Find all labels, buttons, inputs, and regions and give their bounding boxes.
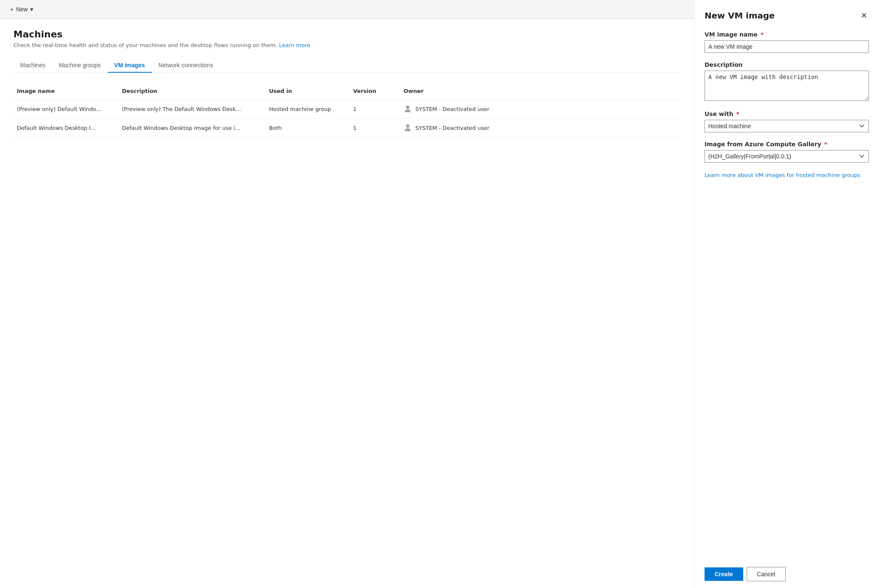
cell-image-name-1: (Preview only) Default Windo... bbox=[13, 103, 119, 116]
panel-footer: Create Cancel bbox=[705, 557, 869, 581]
user-icon bbox=[404, 105, 412, 113]
use-with-group: Use with * Hosted machine Hosted machine… bbox=[705, 111, 869, 132]
close-button[interactable]: ✕ bbox=[859, 10, 869, 21]
table-row[interactable]: Default Windows Desktop I... Default Win… bbox=[13, 119, 681, 137]
col-used-in: Used in bbox=[266, 86, 350, 96]
image-gallery-label: Image from Azure Compute Gallery * bbox=[705, 141, 869, 148]
cell-description-2: Default Windows Desktop Image for use i.… bbox=[119, 121, 266, 134]
vm-image-name-input[interactable] bbox=[705, 40, 869, 53]
tab-network-connections[interactable]: Network connections bbox=[152, 58, 220, 73]
tab-vm-images[interactable]: VM images bbox=[108, 58, 152, 73]
col-owner: Owner bbox=[400, 86, 518, 96]
col-image-name: Image name bbox=[13, 86, 119, 96]
image-gallery-group: Image from Azure Compute Gallery * (H2H_… bbox=[705, 141, 869, 163]
side-panel: New VM image ✕ VM image name * Descripti… bbox=[694, 0, 879, 588]
cell-image-name-2: Default Windows Desktop I... bbox=[13, 121, 119, 134]
panel-header: New VM image ✕ bbox=[705, 10, 869, 21]
new-button-label: New bbox=[16, 6, 28, 13]
new-button[interactable]: + New ▾ bbox=[7, 4, 37, 14]
table-header: Image name Description Used in Version O… bbox=[13, 83, 681, 100]
page-subtitle: Check the real-time health and status of… bbox=[13, 42, 681, 48]
cell-version-1: 1 bbox=[350, 103, 400, 116]
owner-name-1: SYSTEM - Deactivated user bbox=[415, 106, 489, 112]
vm-image-name-label: VM image name * bbox=[705, 31, 869, 38]
tab-machine-groups[interactable]: Machine groups bbox=[52, 58, 108, 73]
vm-image-name-group: VM image name * bbox=[705, 31, 869, 53]
required-asterisk-3: * bbox=[824, 141, 827, 148]
cell-version-2: 1 bbox=[350, 121, 400, 134]
panel-title: New VM image bbox=[705, 11, 775, 21]
top-bar: + New ▾ bbox=[0, 0, 694, 19]
cell-used-in-1: Hosted machine group bbox=[266, 103, 350, 116]
vm-images-learn-more-link[interactable]: Learn more about VM images for hosted ma… bbox=[705, 171, 869, 179]
tabs: Machines Machine groups VM images Networ… bbox=[13, 58, 681, 73]
image-gallery-select[interactable]: (H2H_Gallery|FromPortal|0.0.1) bbox=[705, 150, 869, 163]
description-label: Description bbox=[705, 61, 869, 68]
cell-owner-2: SYSTEM - Deactivated user bbox=[400, 120, 518, 135]
required-asterisk-2: * bbox=[736, 111, 739, 117]
description-group: Description bbox=[705, 61, 869, 102]
cancel-button[interactable]: Cancel bbox=[747, 567, 786, 581]
page-title: Machines bbox=[13, 29, 681, 40]
col-version: Version bbox=[350, 86, 400, 96]
tab-machines[interactable]: Machines bbox=[13, 58, 52, 73]
user-icon bbox=[404, 124, 412, 132]
col-description: Description bbox=[119, 86, 266, 96]
owner-name-2: SYSTEM - Deactivated user bbox=[415, 125, 489, 131]
cell-owner-1: SYSTEM - Deactivated user bbox=[400, 101, 518, 116]
chevron-down-icon: ▾ bbox=[30, 6, 33, 13]
plus-icon: + bbox=[10, 6, 13, 13]
subtitle-text: Check the real-time health and status of… bbox=[13, 42, 277, 48]
required-asterisk: * bbox=[760, 31, 763, 38]
create-button[interactable]: Create bbox=[705, 567, 743, 581]
cell-used-in-2: Both bbox=[266, 121, 350, 134]
description-textarea[interactable] bbox=[705, 71, 869, 101]
table-row[interactable]: (Preview only) Default Windo... (Preview… bbox=[13, 100, 681, 119]
learn-more-link[interactable]: Learn more bbox=[279, 42, 310, 48]
cell-description-1: (Preview only) The Default Windows Desk.… bbox=[119, 103, 266, 116]
content-area: Machines Check the real-time health and … bbox=[0, 19, 694, 588]
table: Image name Description Used in Version O… bbox=[13, 83, 681, 137]
use-with-select[interactable]: Hosted machine Hosted machine group Both bbox=[705, 120, 869, 132]
use-with-label: Use with * bbox=[705, 111, 869, 117]
